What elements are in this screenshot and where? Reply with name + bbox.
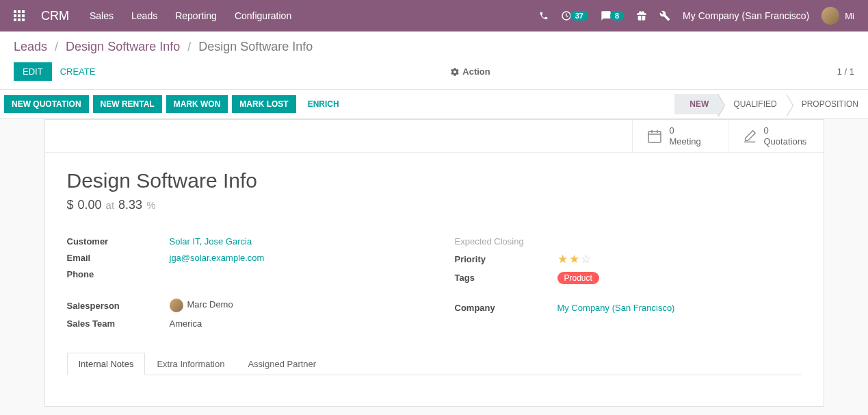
menu-sales[interactable]: Sales [90,10,114,21]
breadcrumb-root[interactable]: Leads [14,40,47,53]
discuss-count: 8 [610,11,624,21]
star-icon[interactable]: ★ [569,252,579,266]
form-sheet-bg: 0 Meeting 0 Quotations Design Software I… [0,119,868,415]
menu-configuration[interactable]: Configuration [235,10,291,21]
probability-value: 8.33 [118,198,142,212]
amount-symbol: $ [67,198,74,212]
star-icon[interactable]: ☆ [581,252,591,266]
company-value[interactable]: My Company (San Francisco) [557,303,675,313]
quotation-stat-button[interactable]: 0 Quotations [728,120,824,152]
tab-extra-information[interactable]: Extra Information [145,353,236,375]
salesperson-value: Marc Demo [170,299,233,312]
user-avatar[interactable] [821,7,839,25]
action-menu[interactable]: Action [450,66,490,77]
edit-icon [742,129,757,144]
mark-lost-button[interactable]: MARK LOST [232,95,295,113]
breadcrumb-parent[interactable]: Design Software Info [66,40,180,53]
email-row: Email jga@solar.example.com [67,249,414,266]
breadcrumb-sep: / [187,40,191,53]
email-label: Email [67,253,170,263]
team-row: Sales Team America [67,315,414,331]
breadcrumb-sep: / [55,40,58,53]
enrich-button[interactable]: ENRICH [300,95,347,113]
salesperson-row: Salesperson Marc Demo [67,296,414,315]
team-label: Sales Team [67,318,170,329]
fields-grid: Customer Solar IT, Jose Garcia Email jga… [67,233,802,331]
button-box: 0 Meeting 0 Quotations [45,120,824,153]
tab-internal-notes[interactable]: Internal Notes [67,353,146,375]
activity-count: 37 [570,11,588,21]
tag-product[interactable]: Product [557,272,599,284]
action-label: Action [462,66,490,77]
stage-proposition[interactable]: PROPOSITION [787,94,868,114]
tab-assigned-partner[interactable]: Assigned Partner [236,353,328,375]
email-value[interactable]: jga@solar.example.com [170,253,265,263]
closing-label: Expected Closing [455,236,557,247]
statusbar: NEW QUOTATION NEW RENTAL MARK WON MARK L… [0,90,868,119]
activity-icon[interactable]: 37 [561,10,588,21]
tools-icon[interactable] [659,10,670,21]
app-brand[interactable]: CRM [41,9,69,23]
salesperson-label: Salesperson [67,301,170,311]
nav-right: 37 8 My Company (San Francisco) Mi [539,7,854,25]
sheet-body: Design Software Info $ 0.00 at 8.33 % Cu… [45,153,824,392]
phone-row: Phone [67,266,414,282]
meeting-count: 0 [670,125,701,136]
salesperson-avatar [170,299,183,312]
stage-qualified[interactable]: QUALIFIED [718,94,786,114]
closing-row: Expected Closing [455,233,802,249]
notebook-tabs: Internal Notes Extra Information Assigne… [67,352,802,375]
breadcrumb-row: Leads / Design Software Info / Design So… [0,32,868,57]
priority-stars[interactable]: ★ ★ ☆ [557,252,591,266]
record-title: Design Software Info [67,169,802,192]
team-value: America [170,318,202,329]
meeting-stat-button[interactable]: 0 Meeting [632,120,728,152]
statusbar-buttons: NEW QUOTATION NEW RENTAL MARK WON MARK L… [4,95,347,113]
tags-row: Tags Product [455,269,802,286]
at-label: at [106,199,115,211]
control-bar: Edit Create Action 1 / 1 [0,57,868,90]
calendar-icon [646,128,663,144]
discuss-icon[interactable]: 8 [601,10,624,21]
customer-value[interactable]: Solar IT, Jose Garcia [170,236,252,247]
menu-leads[interactable]: Leads [131,10,157,21]
record-subtitle: $ 0.00 at 8.33 % [67,198,802,212]
mark-won-button[interactable]: MARK WON [166,95,228,113]
status-stages: NEW QUALIFIED PROPOSITION [674,94,868,114]
left-column: Customer Solar IT, Jose Garcia Email jga… [67,233,414,331]
user-name[interactable]: Mi [845,11,854,21]
priority-row: Priority ★ ★ ☆ [455,249,802,269]
priority-label: Priority [455,254,557,264]
company-selector[interactable]: My Company (San Francisco) [683,10,809,21]
gift-icon[interactable] [636,10,647,21]
form-sheet: 0 Meeting 0 Quotations Design Software I… [44,119,824,407]
phone-icon[interactable] [539,11,549,21]
apps-icon[interactable] [14,10,25,21]
pager[interactable]: 1 / 1 [837,66,854,77]
meeting-label: Meeting [670,136,701,147]
customer-row: Customer Solar IT, Jose Garcia [67,233,414,249]
probability-unit: % [146,199,155,211]
create-button[interactable]: Create [52,63,104,80]
right-column: Expected Closing Priority ★ ★ ☆ Tags [455,233,802,331]
company-label: Company [455,303,557,313]
quotation-label: Quotations [764,136,807,147]
svg-rect-1 [648,131,661,142]
new-quotation-button[interactable]: NEW QUOTATION [4,95,89,113]
quotation-count: 0 [764,125,807,136]
tags-label: Tags [455,273,557,283]
edit-button[interactable]: Edit [14,62,52,81]
breadcrumb-current: Design Software Info [198,40,313,53]
company-row: Company My Company (San Francisco) [455,299,802,316]
main-navbar: CRM Sales Leads Reporting Configuration … [0,0,868,32]
customer-label: Customer [67,236,170,247]
amount-value: 0.00 [78,198,102,212]
gear-icon [450,67,460,77]
breadcrumb: Leads / Design Software Info / Design So… [14,40,313,54]
menu-reporting[interactable]: Reporting [175,10,217,21]
tags-value: Product [557,273,599,283]
phone-label: Phone [67,269,170,279]
stage-new[interactable]: NEW [674,94,718,114]
new-rental-button[interactable]: NEW RENTAL [93,95,162,113]
star-icon[interactable]: ★ [557,252,568,266]
